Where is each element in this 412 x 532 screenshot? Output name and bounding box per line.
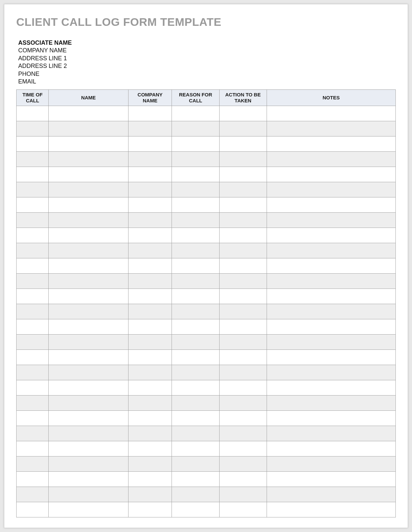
cell-action[interactable] xyxy=(219,289,267,304)
cell-notes[interactable] xyxy=(267,289,395,304)
cell-notes[interactable] xyxy=(267,319,395,335)
cell-notes[interactable] xyxy=(267,441,395,456)
cell-name[interactable] xyxy=(49,106,128,121)
cell-company[interactable] xyxy=(128,197,172,213)
cell-reason[interactable] xyxy=(172,106,219,121)
cell-company[interactable] xyxy=(128,121,172,136)
cell-reason[interactable] xyxy=(172,228,219,243)
cell-name[interactable] xyxy=(49,213,128,228)
cell-action[interactable] xyxy=(219,274,267,289)
cell-reason[interactable] xyxy=(172,152,219,167)
cell-notes[interactable] xyxy=(267,106,395,121)
cell-company[interactable] xyxy=(128,335,172,350)
cell-notes[interactable] xyxy=(267,426,395,441)
cell-action[interactable] xyxy=(219,106,267,121)
cell-time[interactable] xyxy=(17,258,49,274)
cell-action[interactable] xyxy=(219,350,267,365)
cell-notes[interactable] xyxy=(267,152,395,167)
cell-time[interactable] xyxy=(17,213,49,228)
cell-time[interactable] xyxy=(17,365,49,380)
cell-company[interactable] xyxy=(128,213,172,228)
cell-name[interactable] xyxy=(49,197,128,213)
cell-name[interactable] xyxy=(49,396,128,411)
cell-name[interactable] xyxy=(49,441,128,456)
cell-time[interactable] xyxy=(17,502,49,517)
cell-name[interactable] xyxy=(49,228,128,243)
cell-action[interactable] xyxy=(219,213,267,228)
cell-company[interactable] xyxy=(128,502,172,517)
cell-name[interactable] xyxy=(49,411,128,426)
cell-company[interactable] xyxy=(128,380,172,396)
cell-name[interactable] xyxy=(49,152,128,167)
cell-notes[interactable] xyxy=(267,396,395,411)
cell-notes[interactable] xyxy=(267,472,395,487)
cell-reason[interactable] xyxy=(172,335,219,350)
cell-company[interactable] xyxy=(128,289,172,304)
cell-name[interactable] xyxy=(49,426,128,441)
cell-company[interactable] xyxy=(128,472,172,487)
cell-name[interactable] xyxy=(49,243,128,258)
cell-company[interactable] xyxy=(128,106,172,121)
cell-action[interactable] xyxy=(219,472,267,487)
cell-company[interactable] xyxy=(128,182,172,197)
cell-notes[interactable] xyxy=(267,243,395,258)
cell-company[interactable] xyxy=(128,258,172,274)
cell-notes[interactable] xyxy=(267,258,395,274)
cell-reason[interactable] xyxy=(172,441,219,456)
cell-time[interactable] xyxy=(17,136,49,152)
cell-time[interactable] xyxy=(17,289,49,304)
cell-notes[interactable] xyxy=(267,304,395,319)
cell-action[interactable] xyxy=(219,304,267,319)
cell-name[interactable] xyxy=(49,121,128,136)
cell-reason[interactable] xyxy=(172,350,219,365)
cell-company[interactable] xyxy=(128,441,172,456)
cell-name[interactable] xyxy=(49,182,128,197)
cell-name[interactable] xyxy=(49,456,128,472)
cell-time[interactable] xyxy=(17,380,49,396)
cell-notes[interactable] xyxy=(267,197,395,213)
cell-time[interactable] xyxy=(17,121,49,136)
cell-reason[interactable] xyxy=(172,502,219,517)
cell-reason[interactable] xyxy=(172,258,219,274)
cell-time[interactable] xyxy=(17,106,49,121)
cell-reason[interactable] xyxy=(172,426,219,441)
cell-company[interactable] xyxy=(128,426,172,441)
cell-name[interactable] xyxy=(49,335,128,350)
cell-reason[interactable] xyxy=(172,396,219,411)
cell-action[interactable] xyxy=(219,167,267,182)
cell-reason[interactable] xyxy=(172,456,219,472)
cell-notes[interactable] xyxy=(267,335,395,350)
cell-time[interactable] xyxy=(17,197,49,213)
cell-action[interactable] xyxy=(219,456,267,472)
cell-notes[interactable] xyxy=(267,228,395,243)
cell-company[interactable] xyxy=(128,274,172,289)
cell-reason[interactable] xyxy=(172,487,219,502)
cell-notes[interactable] xyxy=(267,182,395,197)
cell-reason[interactable] xyxy=(172,136,219,152)
cell-action[interactable] xyxy=(219,502,267,517)
cell-notes[interactable] xyxy=(267,456,395,472)
cell-action[interactable] xyxy=(219,258,267,274)
cell-action[interactable] xyxy=(219,152,267,167)
cell-name[interactable] xyxy=(49,274,128,289)
cell-name[interactable] xyxy=(49,167,128,182)
cell-action[interactable] xyxy=(219,396,267,411)
cell-time[interactable] xyxy=(17,472,49,487)
cell-notes[interactable] xyxy=(267,411,395,426)
cell-action[interactable] xyxy=(219,365,267,380)
cell-reason[interactable] xyxy=(172,197,219,213)
cell-name[interactable] xyxy=(49,304,128,319)
cell-reason[interactable] xyxy=(172,365,219,380)
cell-company[interactable] xyxy=(128,396,172,411)
cell-action[interactable] xyxy=(219,487,267,502)
cell-company[interactable] xyxy=(128,152,172,167)
cell-action[interactable] xyxy=(219,380,267,396)
cell-time[interactable] xyxy=(17,441,49,456)
cell-time[interactable] xyxy=(17,182,49,197)
cell-time[interactable] xyxy=(17,274,49,289)
cell-notes[interactable] xyxy=(267,487,395,502)
cell-name[interactable] xyxy=(49,472,128,487)
cell-notes[interactable] xyxy=(267,136,395,152)
cell-time[interactable] xyxy=(17,243,49,258)
cell-reason[interactable] xyxy=(172,213,219,228)
